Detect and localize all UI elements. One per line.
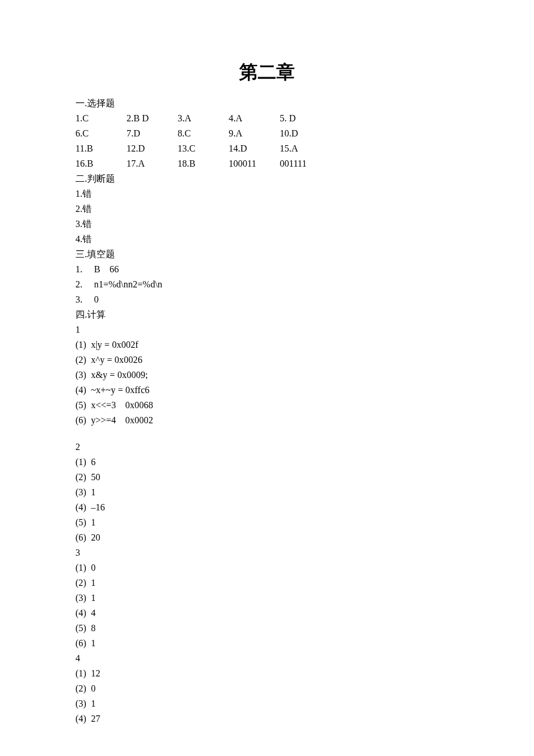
group-num: 3 — [75, 546, 459, 560]
answer-cell: 2.B D — [127, 111, 178, 125]
answer-cell: 12.D — [127, 142, 178, 156]
answer-cell: 4.A — [229, 111, 280, 125]
group-item: (1) 6 — [75, 455, 459, 469]
group-item: (5) 8 — [75, 621, 459, 635]
group-item: (5) 1 — [75, 516, 459, 530]
group-item: (2) 1 — [75, 576, 459, 590]
answer-cell: 15.A — [280, 142, 331, 156]
answer-cell: 14.D — [229, 142, 280, 156]
answer-cell: 9.A — [229, 127, 280, 141]
group-num: 4 — [75, 651, 459, 665]
group-item: (3) 1 — [75, 485, 459, 499]
group-item: (1) 12 — [75, 667, 459, 681]
answer-cell: 1.C — [75, 111, 127, 125]
section1-row: 6.C 7.D 8.C 9.A 10.D — [75, 127, 459, 141]
section4-heading: 四.计算 — [75, 308, 459, 322]
group-item: (2) x^y = 0x0026 — [75, 353, 459, 367]
section2-item: 1.错 — [75, 187, 459, 201]
group-item: (5) x<<=3 0x0068 — [75, 398, 459, 412]
group-item: (3) 1 — [75, 591, 459, 605]
section3-item: 3. 0 — [75, 293, 459, 307]
answer-cell: 11.B — [75, 142, 127, 156]
section2-item: 2.错 — [75, 202, 459, 216]
answer-cell: 18.B — [178, 157, 229, 171]
group-num: 2 — [75, 440, 459, 454]
group-item: (6) y>>=4 0x0002 — [75, 413, 459, 427]
group-item: (4) 4 — [75, 606, 459, 620]
group-item: (1) x|y = 0x002f — [75, 338, 459, 352]
answer-cell: 001111 — [280, 157, 331, 171]
section3-heading: 三.填空题 — [75, 247, 459, 261]
group-item: (4) 27 — [75, 712, 459, 726]
group-num: 1 — [75, 323, 459, 337]
section1-row: 11.B 12.D 13.C 14.D 15.A — [75, 142, 459, 156]
group-item: (2) 50 — [75, 470, 459, 484]
answer-cell: 5. D — [280, 111, 331, 125]
group-item: (6) 20 — [75, 531, 459, 545]
group-item: (3) 1 — [75, 697, 459, 711]
section2-item: 4.错 — [75, 232, 459, 246]
answer-cell: 3.A — [178, 111, 229, 125]
blank-line — [75, 427, 459, 439]
section2-item: 3.错 — [75, 217, 459, 231]
section3-item: 1. B 66 — [75, 262, 459, 276]
group-item: (4) –16 — [75, 501, 459, 514]
section3-item: 2. n1=%d\nn2=%d\n — [75, 278, 459, 291]
group-item: (2) 0 — [75, 682, 459, 696]
answer-cell: 16.B — [75, 157, 127, 171]
answer-cell: 17.A — [127, 157, 178, 171]
chapter-title: 第二章 — [75, 58, 459, 86]
section1-row: 16.B 17.A 18.B 100011 001111 — [75, 157, 459, 171]
group-item: (3) x&y = 0x0009; — [75, 368, 459, 382]
answer-cell: 10.D — [280, 127, 331, 141]
section1-row: 1.C 2.B D 3.A 4.A 5. D — [75, 111, 459, 125]
group-item: (6) 1 — [75, 636, 459, 650]
section2-heading: 二.判断题 — [75, 172, 459, 186]
answer-cell: 8.C — [178, 127, 229, 141]
answer-cell: 100011 — [229, 157, 280, 171]
answer-cell: 6.C — [75, 127, 127, 141]
answer-cell: 13.C — [178, 142, 229, 156]
section1-heading: 一.选择题 — [75, 96, 459, 110]
group-item: (4) ~x+~y = 0xffc6 — [75, 383, 459, 397]
group-item: (1) 0 — [75, 561, 459, 575]
answer-cell: 7.D — [127, 127, 178, 141]
